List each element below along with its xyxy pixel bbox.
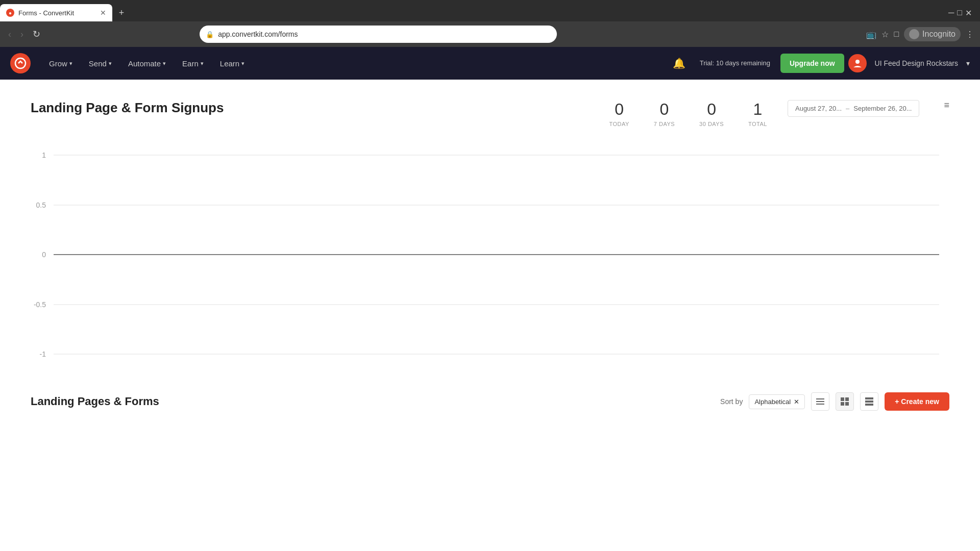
date-end: September 26, 20... xyxy=(853,105,912,112)
convertkit-logo[interactable] xyxy=(10,53,31,73)
chart-container: 1 0.5 0 -0.5 -1 Aug 27 Aug 29 Aug 31 Sep… xyxy=(31,147,949,362)
incognito-button[interactable]: Incognito xyxy=(904,27,961,41)
svg-text:Sep 10: Sep 10 xyxy=(458,361,477,362)
nav-item-learn[interactable]: Learn ▾ xyxy=(214,55,251,72)
table-view-button[interactable] xyxy=(860,392,878,411)
svg-text:Sep 22: Sep 22 xyxy=(804,361,823,362)
svg-rect-33 xyxy=(841,402,844,406)
tab-close-button[interactable]: ✕ xyxy=(100,9,106,17)
bottom-section: Landing Pages & Forms Sort by Alphabetic… xyxy=(31,392,949,411)
stat-today-label: TODAY xyxy=(609,121,629,127)
cast-icon[interactable]: 📺 xyxy=(866,30,876,39)
svg-text:Sep 02: Sep 02 xyxy=(227,361,247,362)
earn-chevron-icon: ▾ xyxy=(201,60,204,67)
svg-point-1 xyxy=(855,60,860,64)
automate-label: Automate xyxy=(128,59,161,68)
list-view-button[interactable] xyxy=(811,392,829,411)
svg-text:Sep 18: Sep 18 xyxy=(689,361,708,362)
svg-text:Aug 29: Aug 29 xyxy=(112,361,131,362)
sort-value: Alphabetical xyxy=(754,398,791,406)
security-lock-icon: 🔒 xyxy=(206,31,214,38)
svg-text:Sep 06: Sep 06 xyxy=(342,361,362,362)
date-start: August 27, 20... xyxy=(795,105,842,112)
create-new-button[interactable]: + Create new xyxy=(885,392,949,411)
nav-item-earn[interactable]: Earn ▾ xyxy=(176,55,210,72)
earn-label: Earn xyxy=(182,59,199,68)
svg-text:Sep 26: Sep 26 xyxy=(914,361,934,362)
stat-total-value: 1 xyxy=(748,100,767,119)
url-text: app.convertkit.com/forms xyxy=(218,30,551,38)
svg-text:Sep 12: Sep 12 xyxy=(516,361,535,362)
app-navigation: Grow ▾ Send ▾ Automate ▾ Earn ▾ Learn ▾ … xyxy=(0,47,980,80)
user-menu-chevron-icon[interactable]: ▾ xyxy=(966,59,970,67)
svg-rect-28 xyxy=(816,398,824,399)
svg-text:Sep 14: Sep 14 xyxy=(573,361,593,362)
stat-7days-value: 0 xyxy=(654,100,675,119)
svg-text:Aug 31: Aug 31 xyxy=(169,361,189,362)
stat-total: 1 TOTAL xyxy=(748,100,767,127)
grow-chevron-icon: ▾ xyxy=(69,60,72,67)
incognito-avatar-icon xyxy=(909,29,919,39)
main-content: Landing Page & Form Signups 0 TODAY 0 7 … xyxy=(0,80,980,549)
notifications-bell-icon[interactable]: 🔔 xyxy=(669,53,690,73)
page-title: Landing Page & Form Signups xyxy=(31,100,224,116)
toolbar-icons: 📺 ☆ □ Incognito ⋮ xyxy=(866,27,974,41)
new-tab-button[interactable]: + xyxy=(114,6,129,20)
svg-rect-29 xyxy=(816,401,824,402)
stat-30days: 0 30 DAYS xyxy=(699,100,724,127)
svg-rect-37 xyxy=(865,404,873,406)
url-bar[interactable]: 🔒 app.convertkit.com/forms xyxy=(200,26,557,43)
trial-badge: Trial: 10 days remaining xyxy=(694,59,776,68)
nav-item-automate[interactable]: Automate ▾ xyxy=(122,55,172,72)
bookmark-icon[interactable]: ☆ xyxy=(881,30,889,39)
chart-menu-icon[interactable]: ≡ xyxy=(944,100,949,111)
svg-text:-1: -1 xyxy=(40,350,46,358)
more-options-icon[interactable]: ⋮ xyxy=(966,30,974,39)
grid-view-button[interactable] xyxy=(836,392,854,411)
reload-button[interactable]: ↻ xyxy=(31,27,42,42)
upgrade-button[interactable]: Upgrade now xyxy=(780,54,844,73)
section-title: Landing Pages & Forms xyxy=(31,395,159,408)
maximize-icon[interactable]: □ xyxy=(957,8,962,17)
learn-chevron-icon: ▾ xyxy=(241,60,244,67)
svg-text:Aug 27: Aug 27 xyxy=(54,361,74,362)
forward-button[interactable]: › xyxy=(18,27,26,42)
stat-7days-label: 7 DAYS xyxy=(654,121,675,127)
svg-text:-0.5: -0.5 xyxy=(34,300,46,309)
svg-text:1: 1 xyxy=(42,151,46,159)
tab-favicon: ● xyxy=(6,9,14,17)
profile-icon[interactable]: □ xyxy=(894,30,899,39)
svg-text:Sep 08: Sep 08 xyxy=(400,361,420,362)
svg-rect-34 xyxy=(845,402,849,406)
signups-chart: 1 0.5 0 -0.5 -1 Aug 27 Aug 29 Aug 31 Sep… xyxy=(31,147,949,362)
nav-item-send[interactable]: Send ▾ xyxy=(83,55,118,72)
minimize-icon[interactable]: ─ xyxy=(948,8,954,17)
svg-text:Sep 04: Sep 04 xyxy=(285,361,304,362)
active-tab[interactable]: ● Forms - ConvertKit ✕ xyxy=(0,4,112,21)
send-label: Send xyxy=(89,59,107,68)
sort-chevron-icon: ✕ xyxy=(794,398,799,406)
sort-by-label: Sort by xyxy=(720,397,743,406)
stats-group: 0 TODAY 0 7 DAYS 0 30 DAYS 1 TOTAL xyxy=(609,100,767,127)
stat-7days: 0 7 DAYS xyxy=(654,100,675,127)
date-separator: – xyxy=(846,105,849,112)
svg-rect-36 xyxy=(865,400,873,403)
close-icon[interactable]: ✕ xyxy=(965,8,972,18)
svg-text:Sep 24: Sep 24 xyxy=(862,361,881,362)
learn-label: Learn xyxy=(220,59,239,68)
svg-text:0.5: 0.5 xyxy=(36,201,46,209)
incognito-label: Incognito xyxy=(922,30,955,39)
sort-select[interactable]: Alphabetical ✕ xyxy=(749,394,805,409)
stat-30days-label: 30 DAYS xyxy=(699,121,724,127)
user-avatar[interactable] xyxy=(848,54,867,72)
svg-rect-30 xyxy=(816,404,824,405)
window-controls: ─ □ ✕ xyxy=(948,8,980,18)
stats-header: Landing Page & Form Signups 0 TODAY 0 7 … xyxy=(31,100,949,127)
svg-text:Sep 20: Sep 20 xyxy=(746,361,766,362)
date-range-picker[interactable]: August 27, 20... – September 26, 20... xyxy=(788,100,920,117)
nav-item-grow[interactable]: Grow ▾ xyxy=(43,55,79,72)
grow-label: Grow xyxy=(49,59,67,68)
svg-rect-32 xyxy=(845,397,849,401)
back-button[interactable]: ‹ xyxy=(6,27,13,42)
svg-point-0 xyxy=(15,58,26,68)
